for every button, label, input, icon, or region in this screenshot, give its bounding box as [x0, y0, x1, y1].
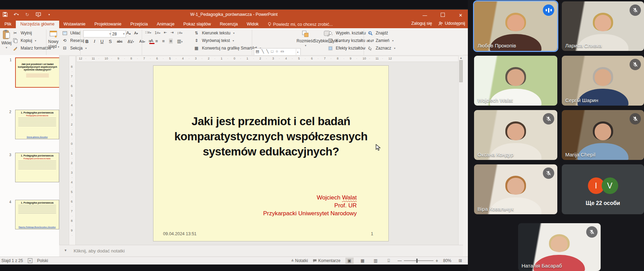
text-direction-button[interactable]: ⇅Kierunek tekstu▾	[194, 30, 235, 36]
copy-icon	[12, 38, 18, 43]
sign-in-link[interactable]: Zaloguj się	[411, 21, 432, 26]
participant-name: Оксана Кондур	[477, 152, 514, 158]
section-icon: ⊟	[62, 45, 67, 51]
paragraph-row1: ∷≡▾ 1≡▾ ⇤ ⇥ ↕≡▾	[145, 30, 182, 35]
slide-thumbnail-2[interactable]: 21. Pedagogika porównawczaPedagogika por…	[15, 110, 59, 139]
video-tile-1[interactable]: Любов Прокопів	[474, 1, 557, 51]
shape-fill-icon	[328, 30, 333, 36]
tab-pokaz-slajd-w[interactable]: Pokaz slajdów	[179, 21, 215, 28]
tab-recenzja[interactable]: Recenzja	[215, 21, 242, 28]
font-size-combobox[interactable]: 28▾	[111, 30, 126, 37]
tab-narz-dzia-g-wne[interactable]: Narzędzia główne	[16, 21, 59, 28]
reset-button[interactable]: ⟲Resetuj	[62, 38, 84, 43]
arrange-icon	[302, 30, 309, 38]
video-tile-5[interactable]: Оксана Кондур	[474, 110, 557, 160]
columns-icon[interactable]: ▥▾	[177, 39, 182, 44]
notes-pane[interactable]: ▼ Kliknij, aby dodać notatki	[59, 245, 463, 257]
slide-canvas[interactable]: Jaki jest przedmiot i cel badańkomparaty…	[153, 65, 389, 241]
slide-thumbnail-3[interactable]: 31. Pedagogika porównawczaPedagogika por…	[15, 153, 59, 182]
shape-outline-button[interactable]: Kontury kształtu▾	[328, 38, 369, 43]
mic-muted-icon	[586, 226, 598, 238]
spellcheck-icon[interactable]: ✕	[28, 258, 32, 263]
notes-toggle[interactable]: ≜ Notatki	[291, 258, 308, 263]
justify-icon[interactable]: ≡	[169, 39, 173, 44]
close-button[interactable]: ✕	[456, 13, 465, 18]
tab-projektowanie[interactable]: Projektowanie	[90, 21, 126, 28]
video-tile-2[interactable]: Лариса Сливка	[562, 1, 644, 51]
video-tile-3[interactable]: Wojciech Walat	[474, 56, 557, 106]
align-right-icon[interactable]: ≡	[162, 39, 165, 44]
replace-button[interactable]: ab⇄Zamień▾	[367, 38, 394, 43]
screen: ↶▾ ↻ ▾ W-1_Pedagogika_porównawcza - Powe…	[0, 0, 644, 271]
shape-effects-button[interactable]: Efekty kształtów▾	[328, 45, 369, 51]
slide-author-block[interactable]: Wojciech Walat Prof. UR Przykarpacki Uni…	[263, 194, 357, 217]
vertical-scrollbar[interactable]: ▲	[458, 56, 463, 245]
clipboard-icon	[2, 30, 11, 40]
slideshow-view-button[interactable]: ⍗	[385, 258, 393, 264]
scissors-icon: ✂	[12, 30, 18, 36]
select-cursor-icon	[367, 45, 373, 51]
find-button[interactable]: Znajdź	[367, 30, 388, 36]
arrange-button[interactable]: Rozmieść▾	[297, 30, 315, 47]
slide-thumbnail-1[interactable]: 1Jaki jest przedmiot i cel badańkomparat…	[15, 57, 60, 88]
change-case-button[interactable]: Aa▾	[138, 39, 146, 43]
strikethrough-button[interactable]: abc	[116, 40, 124, 43]
video-tile-4[interactable]: Сергій Шарин	[562, 56, 644, 106]
tab-przej-cia[interactable]: Przejścia	[126, 21, 152, 28]
slide-title[interactable]: Jaki jest przedmiot i cel badańkomparaty…	[153, 114, 388, 159]
slide-sorter-view-button[interactable]: ▦	[358, 258, 367, 264]
shape-row[interactable]: ▤ ╲ ╲ □ ○ ▭	[256, 48, 296, 54]
font-name-combobox[interactable]: ▾	[83, 30, 112, 37]
restore-button[interactable]	[438, 13, 447, 18]
italic-button[interactable]: I	[93, 39, 96, 44]
participant-name: Любов Прокопів	[477, 43, 516, 48]
align-center-icon[interactable]: ≡	[155, 39, 158, 44]
tab-animacje[interactable]: Animacje	[152, 21, 179, 28]
tile-more-participants[interactable]: IVЩе 22 особи	[562, 164, 644, 214]
language-indicator[interactable]: Polski	[37, 258, 48, 263]
thumbnail-number: 3	[9, 153, 11, 157]
align-text-button[interactable]: ⇕Wyrównaj tekst▾	[194, 38, 234, 43]
increase-indent-icon[interactable]: ⇥	[170, 30, 173, 35]
normal-view-button[interactable]: ▣	[345, 258, 354, 264]
thumbnail-red-text: Pedagogika porównawcza bada:	[15, 158, 59, 160]
notes-placeholder[interactable]: Kliknij, aby dodać notatki	[74, 248, 125, 253]
copy-button[interactable]: Kopiuj▾	[12, 38, 36, 43]
zoom-level[interactable]: 80%	[443, 258, 451, 263]
section-button[interactable]: ⊟Sekcja▾	[62, 45, 87, 51]
video-tile-6[interactable]: Marija Chepil	[562, 110, 644, 160]
layout-button[interactable]: Układ▾	[62, 30, 85, 36]
tab-file[interactable]: Plik	[0, 21, 16, 28]
bold-button[interactable]: B	[84, 39, 89, 44]
select-button[interactable]: Zaznacz▾	[367, 45, 395, 51]
character-spacing-button[interactable]: A̲V̲▾	[127, 39, 135, 43]
zoom-slider[interactable]: — +	[398, 258, 438, 263]
tab-wstawianie[interactable]: Wstawianie	[59, 21, 90, 28]
tab-widok[interactable]: Widok	[242, 21, 263, 28]
font-grow-shrink[interactable]: A▴A▾	[125, 30, 139, 35]
slide-thumbnail-panel[interactable]: 1Jaki jest przedmiot i cel badańkomparat…	[0, 55, 60, 245]
cut-button[interactable]: ✂Wytnij	[12, 30, 32, 36]
video-tile-7[interactable]: Віра Ковальчук	[474, 164, 557, 214]
shadow-button[interactable]: S	[108, 39, 113, 44]
numbering-icon[interactable]: 1≡▾	[154, 31, 160, 35]
window-controls: — ✕	[420, 10, 465, 21]
comments-toggle[interactable]: Komentarze	[313, 258, 341, 263]
bullets-icon[interactable]: ∷≡▾	[145, 30, 151, 35]
align-left-icon[interactable]: ≡	[149, 39, 151, 44]
paste-button[interactable]: Wklej▾	[1, 30, 11, 49]
tab-tellme[interactable]: Powiedz mi, co chcesz zrobić...	[263, 21, 337, 28]
video-tile-9[interactable]: Наталія Басараб	[518, 223, 601, 271]
minimize-button[interactable]: —	[420, 13, 429, 18]
reading-view-button[interactable]: ▥	[372, 258, 380, 264]
new-slide-button[interactable]: Nowyslajd ▾	[48, 30, 59, 49]
underline-button[interactable]: U	[99, 39, 105, 44]
format-painter-button[interactable]: Malarz formatów	[12, 45, 51, 51]
notes-collapse-icon[interactable]: ▼	[64, 249, 67, 252]
share-button[interactable]: Udostępnij	[438, 21, 465, 26]
fit-to-window-icon[interactable]: ⊞	[456, 258, 464, 264]
slide-thumbnail-4[interactable]: 41. Pedagogika porównawczaRaporty Polski…	[15, 200, 59, 229]
decrease-indent-icon[interactable]: ⇤	[164, 30, 167, 35]
smartart-button[interactable]: ▦Konwertuj na grafikę SmartArt▾	[194, 45, 261, 51]
line-spacing-icon[interactable]: ↕≡▾	[177, 31, 182, 35]
